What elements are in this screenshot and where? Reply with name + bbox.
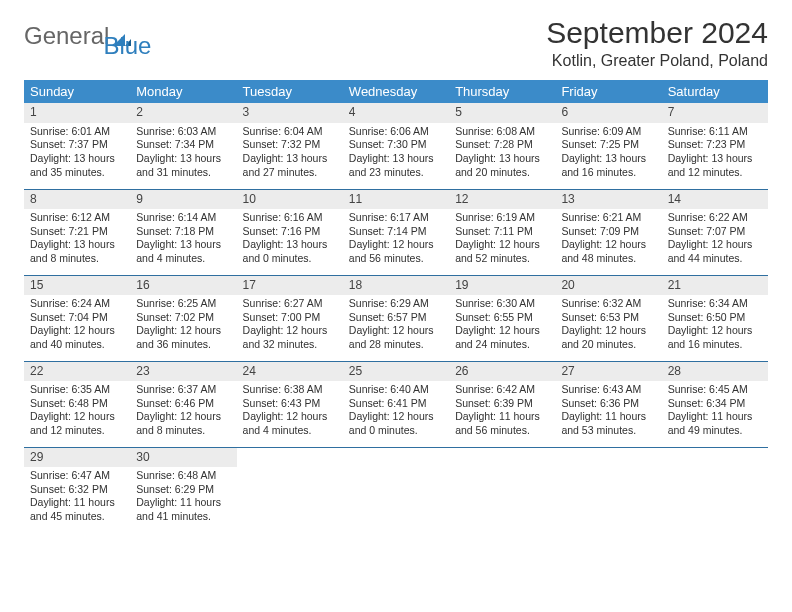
day-details: Sunrise: 6:38 AMSunset: 6:43 PMDaylight:… [237, 381, 343, 442]
day-details: Sunrise: 6:09 AMSunset: 7:25 PMDaylight:… [555, 123, 661, 184]
calendar-day-cell: 14Sunrise: 6:22 AMSunset: 7:07 PMDayligh… [662, 189, 768, 275]
calendar-day-cell: 12Sunrise: 6:19 AMSunset: 7:11 PMDayligh… [449, 189, 555, 275]
day-details: Sunrise: 6:17 AMSunset: 7:14 PMDaylight:… [343, 209, 449, 270]
calendar-day-cell: 1Sunrise: 6:01 AMSunset: 7:37 PMDaylight… [24, 103, 130, 189]
calendar-day-cell: 6Sunrise: 6:09 AMSunset: 7:25 PMDaylight… [555, 103, 661, 189]
calendar-day-cell: 8Sunrise: 6:12 AMSunset: 7:21 PMDaylight… [24, 189, 130, 275]
day-details: Sunrise: 6:29 AMSunset: 6:57 PMDaylight:… [343, 295, 449, 356]
day-number: 13 [555, 190, 661, 210]
day-number: 26 [449, 362, 555, 382]
day-number: 9 [130, 190, 236, 210]
calendar-day-cell: 3Sunrise: 6:04 AMSunset: 7:32 PMDaylight… [237, 103, 343, 189]
day-number: 3 [237, 103, 343, 123]
day-number: 23 [130, 362, 236, 382]
day-number: 2 [130, 103, 236, 123]
day-number: 29 [24, 448, 130, 468]
page-title: September 2024 [546, 16, 768, 50]
day-number: 5 [449, 103, 555, 123]
calendar-empty-cell [449, 447, 555, 533]
day-number: 19 [449, 276, 555, 296]
day-details: Sunrise: 6:19 AMSunset: 7:11 PMDaylight:… [449, 209, 555, 270]
day-number: 4 [343, 103, 449, 123]
calendar-day-cell: 23Sunrise: 6:37 AMSunset: 6:46 PMDayligh… [130, 361, 236, 447]
calendar-week-row: 8Sunrise: 6:12 AMSunset: 7:21 PMDaylight… [24, 189, 768, 275]
calendar-day-cell: 13Sunrise: 6:21 AMSunset: 7:09 PMDayligh… [555, 189, 661, 275]
day-details: Sunrise: 6:04 AMSunset: 7:32 PMDaylight:… [237, 123, 343, 184]
calendar-empty-cell [343, 447, 449, 533]
day-details: Sunrise: 6:47 AMSunset: 6:32 PMDaylight:… [24, 467, 130, 528]
day-number: 27 [555, 362, 661, 382]
calendar-day-cell: 20Sunrise: 6:32 AMSunset: 6:53 PMDayligh… [555, 275, 661, 361]
calendar-empty-cell [662, 447, 768, 533]
calendar-day-cell: 7Sunrise: 6:11 AMSunset: 7:23 PMDaylight… [662, 103, 768, 189]
day-details: Sunrise: 6:01 AMSunset: 7:37 PMDaylight:… [24, 123, 130, 184]
calendar-day-cell: 9Sunrise: 6:14 AMSunset: 7:18 PMDaylight… [130, 189, 236, 275]
calendar-day-cell: 21Sunrise: 6:34 AMSunset: 6:50 PMDayligh… [662, 275, 768, 361]
calendar-week-row: 1Sunrise: 6:01 AMSunset: 7:37 PMDaylight… [24, 103, 768, 189]
weekday-header: Sunday [24, 80, 130, 103]
calendar-week-row: 15Sunrise: 6:24 AMSunset: 7:04 PMDayligh… [24, 275, 768, 361]
day-details: Sunrise: 6:24 AMSunset: 7:04 PMDaylight:… [24, 295, 130, 356]
calendar-week-row: 22Sunrise: 6:35 AMSunset: 6:48 PMDayligh… [24, 361, 768, 447]
logo-text-blue: Blue [103, 32, 151, 60]
day-number: 16 [130, 276, 236, 296]
day-number: 21 [662, 276, 768, 296]
day-number: 10 [237, 190, 343, 210]
calendar-day-cell: 10Sunrise: 6:16 AMSunset: 7:16 PMDayligh… [237, 189, 343, 275]
calendar-day-cell: 18Sunrise: 6:29 AMSunset: 6:57 PMDayligh… [343, 275, 449, 361]
day-details: Sunrise: 6:42 AMSunset: 6:39 PMDaylight:… [449, 381, 555, 442]
calendar-day-cell: 26Sunrise: 6:42 AMSunset: 6:39 PMDayligh… [449, 361, 555, 447]
calendar-day-cell: 28Sunrise: 6:45 AMSunset: 6:34 PMDayligh… [662, 361, 768, 447]
day-number: 18 [343, 276, 449, 296]
day-details: Sunrise: 6:12 AMSunset: 7:21 PMDaylight:… [24, 209, 130, 270]
day-number: 7 [662, 103, 768, 123]
day-number: 1 [24, 103, 130, 123]
calendar-day-cell: 11Sunrise: 6:17 AMSunset: 7:14 PMDayligh… [343, 189, 449, 275]
day-details: Sunrise: 6:16 AMSunset: 7:16 PMDaylight:… [237, 209, 343, 270]
day-details: Sunrise: 6:43 AMSunset: 6:36 PMDaylight:… [555, 381, 661, 442]
calendar-day-cell: 29Sunrise: 6:47 AMSunset: 6:32 PMDayligh… [24, 447, 130, 533]
day-details: Sunrise: 6:27 AMSunset: 7:00 PMDaylight:… [237, 295, 343, 356]
day-number: 11 [343, 190, 449, 210]
day-details: Sunrise: 6:03 AMSunset: 7:34 PMDaylight:… [130, 123, 236, 184]
day-details: Sunrise: 6:40 AMSunset: 6:41 PMDaylight:… [343, 381, 449, 442]
weekday-header: Saturday [662, 80, 768, 103]
day-number: 8 [24, 190, 130, 210]
day-number: 20 [555, 276, 661, 296]
day-details: Sunrise: 6:30 AMSunset: 6:55 PMDaylight:… [449, 295, 555, 356]
day-details: Sunrise: 6:06 AMSunset: 7:30 PMDaylight:… [343, 123, 449, 184]
day-number: 14 [662, 190, 768, 210]
calendar-day-cell: 17Sunrise: 6:27 AMSunset: 7:00 PMDayligh… [237, 275, 343, 361]
day-details: Sunrise: 6:37 AMSunset: 6:46 PMDaylight:… [130, 381, 236, 442]
day-number: 22 [24, 362, 130, 382]
calendar-day-cell: 24Sunrise: 6:38 AMSunset: 6:43 PMDayligh… [237, 361, 343, 447]
weekday-header: Friday [555, 80, 661, 103]
day-details: Sunrise: 6:35 AMSunset: 6:48 PMDaylight:… [24, 381, 130, 442]
calendar-day-cell: 4Sunrise: 6:06 AMSunset: 7:30 PMDaylight… [343, 103, 449, 189]
calendar-day-cell: 5Sunrise: 6:08 AMSunset: 7:28 PMDaylight… [449, 103, 555, 189]
weekday-header: Monday [130, 80, 236, 103]
calendar-day-cell: 30Sunrise: 6:48 AMSunset: 6:29 PMDayligh… [130, 447, 236, 533]
weekday-header: Tuesday [237, 80, 343, 103]
logo: General Blue [24, 22, 181, 50]
day-details: Sunrise: 6:34 AMSunset: 6:50 PMDaylight:… [662, 295, 768, 356]
weekday-header: Thursday [449, 80, 555, 103]
day-details: Sunrise: 6:45 AMSunset: 6:34 PMDaylight:… [662, 381, 768, 442]
day-number: 15 [24, 276, 130, 296]
day-number: 12 [449, 190, 555, 210]
day-number: 24 [237, 362, 343, 382]
calendar-day-cell: 22Sunrise: 6:35 AMSunset: 6:48 PMDayligh… [24, 361, 130, 447]
day-number: 28 [662, 362, 768, 382]
calendar-day-cell: 25Sunrise: 6:40 AMSunset: 6:41 PMDayligh… [343, 361, 449, 447]
day-details: Sunrise: 6:48 AMSunset: 6:29 PMDaylight:… [130, 467, 236, 528]
calendar-week-row: 29Sunrise: 6:47 AMSunset: 6:32 PMDayligh… [24, 447, 768, 533]
weekday-header-row: Sunday Monday Tuesday Wednesday Thursday… [24, 80, 768, 103]
location-text: Kotlin, Greater Poland, Poland [546, 52, 768, 70]
day-details: Sunrise: 6:22 AMSunset: 7:07 PMDaylight:… [662, 209, 768, 270]
calendar-day-cell: 27Sunrise: 6:43 AMSunset: 6:36 PMDayligh… [555, 361, 661, 447]
day-details: Sunrise: 6:32 AMSunset: 6:53 PMDaylight:… [555, 295, 661, 356]
calendar-day-cell: 19Sunrise: 6:30 AMSunset: 6:55 PMDayligh… [449, 275, 555, 361]
day-details: Sunrise: 6:21 AMSunset: 7:09 PMDaylight:… [555, 209, 661, 270]
day-details: Sunrise: 6:25 AMSunset: 7:02 PMDaylight:… [130, 295, 236, 356]
calendar-empty-cell [555, 447, 661, 533]
